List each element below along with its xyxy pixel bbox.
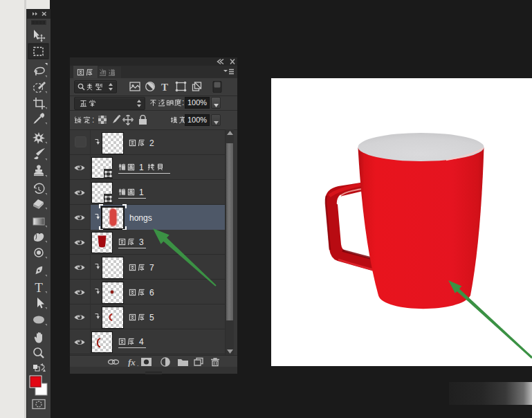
svg-text:fx: fx: [128, 357, 136, 367]
svg-text:T: T: [35, 280, 43, 295]
svg-text:T: T: [161, 82, 168, 93]
